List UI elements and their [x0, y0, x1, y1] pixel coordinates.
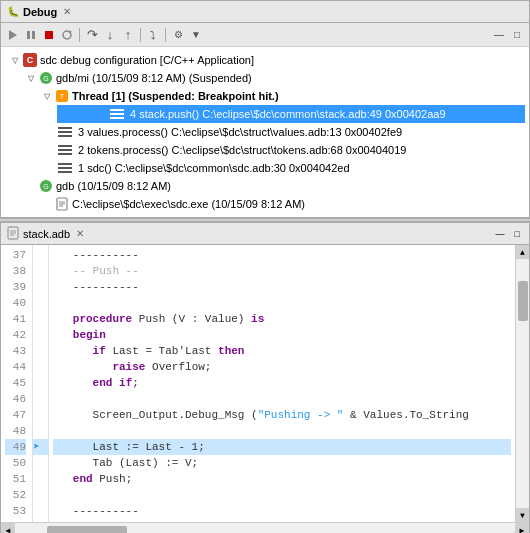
debug-panel-title: Debug: [23, 6, 57, 18]
marker-38: [33, 263, 48, 279]
step-return-button[interactable]: ↑: [120, 27, 136, 43]
editor-vertical-scrollbar[interactable]: ▲ ▼: [515, 245, 529, 522]
debug-toolbar: ↷ ↓ ↑ ⤵ ⚙ ▼ — □: [1, 23, 529, 47]
line-num-49: 49: [5, 439, 26, 455]
debug-arrow-icon: ➤: [33, 441, 40, 453]
marker-50: [33, 455, 48, 471]
marker-40: [33, 295, 48, 311]
editor-file-icon: [7, 226, 19, 242]
tree-item-frame1[interactable]: 1 sdc() C:\eclipse\$dc\common\sdc.adb:30…: [57, 159, 525, 177]
svg-rect-11: [110, 113, 124, 115]
toolbar-separator-1: [79, 28, 80, 42]
marker-43: [33, 343, 48, 359]
svg-rect-15: [58, 135, 72, 137]
svg-rect-19: [58, 163, 72, 165]
svg-rect-14: [58, 131, 72, 133]
tree-item-gdb[interactable]: ▷ G gdb (10/15/09 8:12 AM): [25, 177, 525, 195]
line-num-47: 47: [5, 407, 26, 423]
code-line-44: raise Overflow;: [53, 359, 511, 375]
tree-item-gdbmi[interactable]: ▽ G gdb/mi (10/15/09 8:12 AM) (Suspended…: [25, 69, 525, 87]
step-over-button[interactable]: ↷: [84, 27, 100, 43]
disconnect-button[interactable]: [59, 27, 75, 43]
code-line-41: procedure Push (V : Value) is: [53, 311, 511, 327]
code-line-50: Tab (Last) := V;: [53, 455, 511, 471]
code-area[interactable]: ---------- -- Push -- ---------- procedu…: [49, 245, 515, 522]
svg-rect-20: [58, 167, 72, 169]
expand-thread-icon: ▽: [41, 90, 53, 102]
code-line-37: ----------: [53, 247, 511, 263]
editor-header-right: — □: [493, 228, 523, 240]
line-num-52: 52: [5, 487, 26, 503]
debug-close-icon[interactable]: ✕: [63, 6, 71, 17]
line-num-45: 45: [5, 375, 26, 391]
line-num-43: 43: [5, 343, 26, 359]
line-num-50: 50: [5, 455, 26, 471]
scroll-h-track[interactable]: [15, 523, 515, 533]
tree-item-thread-label: Thread [1] (Suspended: Breakpoint hit.): [72, 90, 279, 102]
marker-47: [33, 407, 48, 423]
debug-tree: ▽ C sdc debug configuration [C/C++ Appli…: [1, 47, 529, 217]
svg-rect-21: [58, 171, 72, 173]
marker-53: [33, 503, 48, 519]
marker-42: [33, 327, 48, 343]
marker-44: [33, 359, 48, 375]
debug-panel-header: 🐛 Debug ✕: [1, 1, 529, 23]
tree-item-frame4[interactable]: 4 stack.push() C:\eclipse\$dc\common\sta…: [57, 105, 525, 123]
svg-rect-10: [110, 109, 124, 111]
tree-item-root[interactable]: ▽ C sdc debug configuration [C/C++ Appli…: [9, 51, 525, 69]
tree-item-frame3[interactable]: 3 values.process() C:\eclipse\$dc\struct…: [57, 123, 525, 141]
marker-49: ➤: [33, 439, 48, 455]
frame4-icon: [109, 106, 125, 122]
scroll-up-button[interactable]: ▲: [516, 245, 530, 259]
marker-39: [33, 279, 48, 295]
editor-horizontal-scrollbar[interactable]: ◀ ▶: [1, 522, 529, 533]
debug-markers-column: ➤: [33, 245, 49, 522]
tree-item-root-label: sdc debug configuration [C/C++ Applicati…: [40, 54, 254, 66]
use-step-filters-button[interactable]: ⚙: [170, 27, 186, 43]
suspend-button[interactable]: [23, 27, 39, 43]
drop-to-frame-button[interactable]: ⤵: [145, 27, 161, 43]
marker-41: [33, 311, 48, 327]
step-into-button[interactable]: ↓: [102, 27, 118, 43]
svg-rect-12: [110, 117, 124, 119]
scroll-right-button[interactable]: ▶: [515, 523, 529, 533]
line-numbers: 37 38 39 40 41 42 43 44 45 46 47 48 49 5…: [1, 245, 33, 522]
code-line-46: [53, 391, 511, 407]
line-num-40: 40: [5, 295, 26, 311]
svg-rect-1: [27, 31, 30, 39]
maximize-debug-button[interactable]: □: [509, 27, 525, 43]
code-line-51: end Push;: [53, 471, 511, 487]
svg-text:G: G: [43, 75, 48, 82]
code-line-43: if Last = Tab'Last then: [53, 343, 511, 359]
resume-button[interactable]: [5, 27, 21, 43]
tree-item-exe[interactable]: ▷ C:\eclipse\$dc\exec\sdc.exe (10/15/09 …: [41, 195, 525, 213]
code-line-40: [53, 295, 511, 311]
editor-panel: stack.adb ✕ — □ 37 38 39 40 41 42 43 44 …: [0, 222, 530, 533]
tree-item-gdb-label: gdb (10/15/09 8:12 AM): [56, 180, 171, 192]
code-line-48: [53, 423, 511, 439]
code-line-54: -- Pop --: [53, 519, 511, 522]
expand-root-icon: ▽: [9, 54, 21, 66]
line-num-51: 51: [5, 471, 26, 487]
expand-gdbmi-icon: ▽: [25, 72, 37, 84]
scroll-left-button[interactable]: ◀: [1, 523, 15, 533]
tree-item-frame4-label: 4 stack.push() C:\eclipse\$dc\common\sta…: [127, 108, 446, 120]
tree-item-thread1[interactable]: ▽ T Thread [1] (Suspended: Breakpoint hi…: [41, 87, 525, 105]
view-menu-button[interactable]: ▼: [188, 27, 204, 43]
code-line-52: [53, 487, 511, 503]
scroll-h-thumb[interactable]: [47, 526, 127, 534]
stop-button[interactable]: [41, 27, 57, 43]
scroll-thumb[interactable]: [518, 281, 528, 321]
editor-minimize-button[interactable]: —: [493, 228, 508, 240]
editor-header: stack.adb ✕ — □: [1, 223, 529, 245]
minimize-debug-button[interactable]: —: [491, 27, 507, 43]
gdb-icon: G: [38, 178, 54, 194]
line-num-46: 46: [5, 391, 26, 407]
frame3-icon: [57, 124, 73, 140]
tree-item-frame2[interactable]: 2 tokens.process() C:\eclipse\$dc\struct…: [57, 141, 525, 159]
editor-close-icon[interactable]: ✕: [76, 228, 84, 239]
code-line-45: end if;: [53, 375, 511, 391]
editor-maximize-button[interactable]: □: [512, 228, 523, 240]
code-line-42: begin: [53, 327, 511, 343]
scroll-down-button[interactable]: ▼: [516, 508, 530, 522]
